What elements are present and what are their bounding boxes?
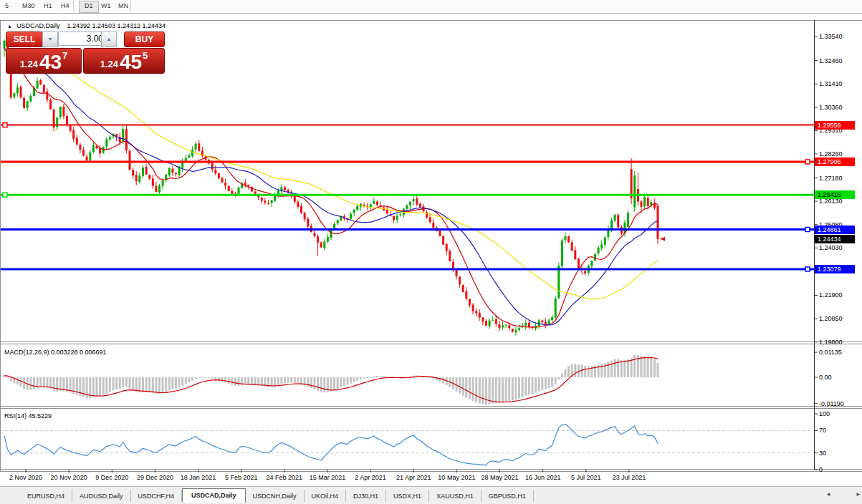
chevron-up-icon: ▲ [107, 37, 112, 42]
candlestick-chart-canvas[interactable] [0, 0, 862, 504]
timeframe-toolbar: 5M30H1H4D1W1MN [0, 0, 862, 14]
macd-indicator-label: MACD(12,26,9) 0.003228 0.006691 [4, 349, 107, 356]
current-price-marker [660, 237, 665, 241]
collapse-panel-icon[interactable]: ▲ [7, 24, 12, 29]
timeframe-button-h4[interactable]: H4 [56, 1, 75, 11]
price-line-handle[interactable] [805, 267, 810, 271]
timeframe-button-h1[interactable]: H1 [39, 1, 57, 11]
ma-slow-line [4, 52, 658, 299]
chart-title: ▲USDCAD,Daily1.24392 1.24503 1.24312 1.2… [7, 22, 166, 29]
price-line-handle[interactable] [805, 160, 810, 164]
volume-input[interactable] [58, 32, 107, 46]
volume-decrease-button[interactable]: ▼ [42, 32, 58, 47]
chart-tab-ukoil-h4[interactable]: UKOil,H4 [305, 490, 347, 502]
chart-tab-xauusd-h1[interactable]: XAUUSD,H1 [429, 490, 482, 502]
tab-strip: EURUSD,H4AUDUSD,DailyUSDCHF,H4USDCAD,Dai… [20, 487, 534, 502]
chart-tab-eurusd-h4[interactable]: EURUSD,H4 [20, 490, 72, 502]
macd-panel-layer [4, 355, 659, 404]
sell-price-pip: 7 [62, 50, 67, 61]
rsi-panel-layer [0, 425, 814, 465]
timeframe-button-5[interactable]: 5 [0, 1, 14, 11]
price-line-handle[interactable] [3, 123, 7, 127]
chart-tab-bar: EURUSD,H4AUDUSD,DailyUSDCHF,H4USDCAD,Dai… [0, 486, 862, 504]
price-line-handle[interactable] [805, 228, 810, 232]
sell-price-quote[interactable]: 1.24 43 7 [6, 48, 82, 74]
buy-price-pip: 5 [143, 50, 148, 61]
chart-ohlc-values: 1.24392 1.24503 1.24312 1.24434 [67, 22, 166, 29]
sell-price-prefix: 1.24 [20, 59, 38, 69]
buy-button[interactable]: BUY [124, 32, 165, 47]
chart-tab-usdcnh-daily[interactable]: USDCNH,Daily [246, 490, 305, 502]
rsi-indicator-label: RSI(14) 45.5229 [4, 412, 52, 420]
one-click-trade-panel: SELL ▼ ▲ BUY 1.24 43 7 1.24 45 5 [6, 32, 163, 73]
chart-tab-usdchf-h4[interactable]: USDCHF,H4 [131, 490, 183, 502]
chevron-down-icon: ▼ [48, 37, 53, 42]
buy-price-quote[interactable]: 1.24 45 5 [83, 48, 165, 74]
chart-tab-usdcad-daily[interactable]: USDCAD,Daily [182, 488, 246, 503]
price-line-handle[interactable] [3, 193, 7, 197]
sell-price-main: 43 [39, 52, 62, 73]
trading-terminal: 5M30H1H4D1W1MN ▲USDCAD,Daily1.24392 1.24… [0, 0, 862, 504]
timeframe-button-m30[interactable]: M30 [17, 1, 40, 11]
sell-button[interactable]: SELL [6, 32, 43, 47]
tab-scroll-left-icon[interactable]: ◄ [825, 491, 831, 498]
panel-borders [0, 20, 862, 472]
volume-increase-button[interactable]: ▲ [101, 32, 117, 47]
toolbar-separator [130, 1, 131, 11]
tab-scroll-right-icon[interactable]: ► [856, 491, 861, 498]
chart-tab-usdx-h1[interactable]: USDX,H1 [386, 490, 429, 502]
buy-price-prefix: 1.24 [100, 59, 118, 69]
buy-price-main: 45 [120, 52, 142, 73]
toolbar-separator [73, 1, 74, 11]
chart-tab-audusd-daily[interactable]: AUDUSD,Daily [72, 490, 131, 502]
chart-tab-dj30-h1[interactable]: DJ30,H1 [346, 490, 386, 502]
price-lines-layer[interactable] [0, 123, 814, 271]
chart-tab-gbpusd-h1[interactable]: GBPUSD,H1 [482, 490, 534, 502]
chart-symbol-period: USDCAD,Daily [16, 22, 60, 29]
